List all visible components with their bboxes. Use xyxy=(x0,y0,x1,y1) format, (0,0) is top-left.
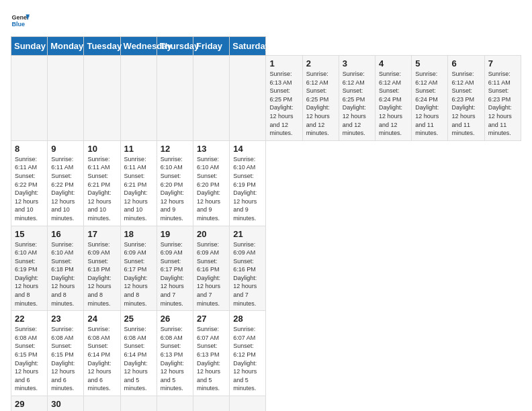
day-cell-14: 14Sunrise: 6:10 AMSunset: 6:19 PMDayligh… xyxy=(230,140,266,226)
day-number: 20 xyxy=(197,229,226,239)
day-number: 16 xyxy=(51,229,80,239)
calendar-table: SundayMondayTuesdayWednesdayThursdayFrid… xyxy=(11,36,521,411)
day-info: Sunrise: 6:10 AMSunset: 6:19 PMDaylight:… xyxy=(15,240,44,308)
empty-cell xyxy=(157,56,193,141)
day-number: 1 xyxy=(269,58,298,68)
calendar-row-week-2: 8Sunrise: 6:11 AMSunset: 6:22 PMDaylight… xyxy=(11,140,521,226)
day-number: 9 xyxy=(51,144,80,154)
svg-text:Blue: Blue xyxy=(11,21,25,28)
day-number: 3 xyxy=(343,58,371,68)
day-header-wednesday: Wednesday xyxy=(120,37,157,56)
day-info: Sunrise: 6:08 AMSunset: 6:14 PMDaylight:… xyxy=(124,325,153,393)
day-number: 12 xyxy=(161,144,189,154)
day-header-monday: Monday xyxy=(48,37,84,56)
day-number: 30 xyxy=(51,399,80,409)
day-cell-10: 10Sunrise: 6:11 AMSunset: 6:21 PMDayligh… xyxy=(84,140,120,226)
day-number: 6 xyxy=(451,58,480,68)
day-info: Sunrise: 6:10 AMSunset: 6:20 PMDaylight:… xyxy=(197,155,226,223)
day-header-friday: Friday xyxy=(193,37,230,56)
page-header: General Blue xyxy=(11,11,521,30)
day-info: Sunrise: 6:09 AMSunset: 6:17 PMDaylight:… xyxy=(124,240,153,308)
day-cell-19: 19Sunrise: 6:09 AMSunset: 6:17 PMDayligh… xyxy=(157,226,193,311)
day-cell-5: 5Sunrise: 6:12 AMSunset: 6:24 PMDaylight… xyxy=(412,56,448,141)
day-cell-24: 24Sunrise: 6:08 AMSunset: 6:14 PMDayligh… xyxy=(84,311,120,396)
day-cell-11: 11Sunrise: 6:11 AMSunset: 6:21 PMDayligh… xyxy=(120,140,157,226)
day-number: 26 xyxy=(161,314,189,324)
empty-cell xyxy=(120,56,157,141)
logo-icon: General Blue xyxy=(11,11,30,30)
day-cell-16: 16Sunrise: 6:10 AMSunset: 6:18 PMDayligh… xyxy=(48,226,84,311)
day-cell-27: 27Sunrise: 6:07 AMSunset: 6:13 PMDayligh… xyxy=(193,311,230,396)
day-number: 14 xyxy=(233,144,262,154)
empty-cell xyxy=(84,56,120,141)
day-number: 11 xyxy=(124,144,153,154)
day-info: Sunrise: 6:12 AMSunset: 6:24 PMDaylight:… xyxy=(379,70,408,138)
empty-cell xyxy=(11,56,48,141)
day-cell-26: 26Sunrise: 6:08 AMSunset: 6:13 PMDayligh… xyxy=(157,311,193,396)
day-number: 24 xyxy=(87,314,116,324)
day-number: 15 xyxy=(15,229,44,239)
day-cell-12: 12Sunrise: 6:10 AMSunset: 6:20 PMDayligh… xyxy=(157,140,193,226)
day-cell-7: 7Sunrise: 6:11 AMSunset: 6:23 PMDaylight… xyxy=(484,56,521,141)
day-info: Sunrise: 6:12 AMSunset: 6:25 PMDaylight:… xyxy=(306,70,335,138)
day-info: Sunrise: 6:10 AMSunset: 6:18 PMDaylight:… xyxy=(51,240,80,308)
day-cell-29: 29Sunrise: 6:07 AMSunset: 6:12 PMDayligh… xyxy=(11,396,48,412)
day-cell-8: 8Sunrise: 6:11 AMSunset: 6:22 PMDaylight… xyxy=(11,140,48,226)
day-header-sunday: Sunday xyxy=(11,37,48,56)
day-cell-2: 2Sunrise: 6:12 AMSunset: 6:25 PMDaylight… xyxy=(302,56,339,141)
day-number: 27 xyxy=(197,314,226,324)
day-cell-22: 22Sunrise: 6:08 AMSunset: 6:15 PMDayligh… xyxy=(11,311,48,396)
day-number: 4 xyxy=(379,58,408,68)
day-info: Sunrise: 6:12 AMSunset: 6:25 PMDaylight:… xyxy=(343,70,371,138)
day-header-tuesday: Tuesday xyxy=(84,37,120,56)
day-number: 28 xyxy=(233,314,262,324)
day-number: 21 xyxy=(233,229,262,239)
day-info: Sunrise: 6:11 AMSunset: 6:21 PMDaylight:… xyxy=(87,155,116,223)
calendar-row-week-3: 15Sunrise: 6:10 AMSunset: 6:19 PMDayligh… xyxy=(11,226,521,311)
day-number: 5 xyxy=(415,58,444,68)
day-info: Sunrise: 6:13 AMSunset: 6:25 PMDaylight:… xyxy=(269,70,298,138)
day-info: Sunrise: 6:09 AMSunset: 6:16 PMDaylight:… xyxy=(197,240,226,308)
empty-cell xyxy=(230,56,266,141)
day-number: 17 xyxy=(87,229,116,239)
day-cell-9: 9Sunrise: 6:11 AMSunset: 6:22 PMDaylight… xyxy=(48,140,84,226)
day-number: 13 xyxy=(197,144,226,154)
day-info: Sunrise: 6:08 AMSunset: 6:13 PMDaylight:… xyxy=(161,325,189,393)
day-cell-4: 4Sunrise: 6:12 AMSunset: 6:24 PMDaylight… xyxy=(375,56,412,141)
day-cell-30: 30Sunrise: 6:07 AMSunset: 6:11 PMDayligh… xyxy=(48,396,84,412)
empty-cell xyxy=(48,56,84,141)
empty-cell xyxy=(84,396,120,412)
day-cell-17: 17Sunrise: 6:09 AMSunset: 6:18 PMDayligh… xyxy=(84,226,120,311)
calendar-row-week-5: 29Sunrise: 6:07 AMSunset: 6:12 PMDayligh… xyxy=(11,396,521,412)
day-number: 10 xyxy=(87,144,116,154)
day-info: Sunrise: 6:12 AMSunset: 6:24 PMDaylight:… xyxy=(415,70,444,138)
day-number: 19 xyxy=(161,229,189,239)
day-cell-13: 13Sunrise: 6:10 AMSunset: 6:20 PMDayligh… xyxy=(193,140,230,226)
day-cell-20: 20Sunrise: 6:09 AMSunset: 6:16 PMDayligh… xyxy=(193,226,230,311)
day-number: 23 xyxy=(51,314,80,324)
day-cell-21: 21Sunrise: 6:09 AMSunset: 6:16 PMDayligh… xyxy=(230,226,266,311)
day-header-thursday: Thursday xyxy=(157,37,193,56)
day-info: Sunrise: 6:09 AMSunset: 6:18 PMDaylight:… xyxy=(87,240,116,308)
day-cell-3: 3Sunrise: 6:12 AMSunset: 6:25 PMDaylight… xyxy=(339,56,375,141)
empty-cell xyxy=(193,56,230,141)
day-info: Sunrise: 6:11 AMSunset: 6:22 PMDaylight:… xyxy=(51,155,80,223)
day-cell-28: 28Sunrise: 6:07 AMSunset: 6:12 PMDayligh… xyxy=(230,311,266,396)
day-number: 2 xyxy=(306,58,335,68)
day-info: Sunrise: 6:09 AMSunset: 6:16 PMDaylight:… xyxy=(233,240,262,308)
day-cell-18: 18Sunrise: 6:09 AMSunset: 6:17 PMDayligh… xyxy=(120,226,157,311)
empty-cell xyxy=(120,396,157,412)
empty-cell xyxy=(157,396,193,412)
empty-cell xyxy=(193,396,230,412)
day-info: Sunrise: 6:08 AMSunset: 6:15 PMDaylight:… xyxy=(15,325,44,393)
day-number: 25 xyxy=(124,314,153,324)
day-info: Sunrise: 6:08 AMSunset: 6:14 PMDaylight:… xyxy=(87,325,116,393)
day-info: Sunrise: 6:07 AMSunset: 6:12 PMDaylight:… xyxy=(233,325,262,393)
day-cell-1: 1Sunrise: 6:13 AMSunset: 6:25 PMDaylight… xyxy=(266,56,302,141)
empty-cell xyxy=(230,396,266,412)
day-cell-6: 6Sunrise: 6:12 AMSunset: 6:23 PMDaylight… xyxy=(448,56,484,141)
day-info: Sunrise: 6:09 AMSunset: 6:17 PMDaylight:… xyxy=(161,240,189,308)
day-number: 18 xyxy=(124,229,153,239)
day-number: 29 xyxy=(15,399,44,409)
day-info: Sunrise: 6:12 AMSunset: 6:23 PMDaylight:… xyxy=(451,70,480,138)
